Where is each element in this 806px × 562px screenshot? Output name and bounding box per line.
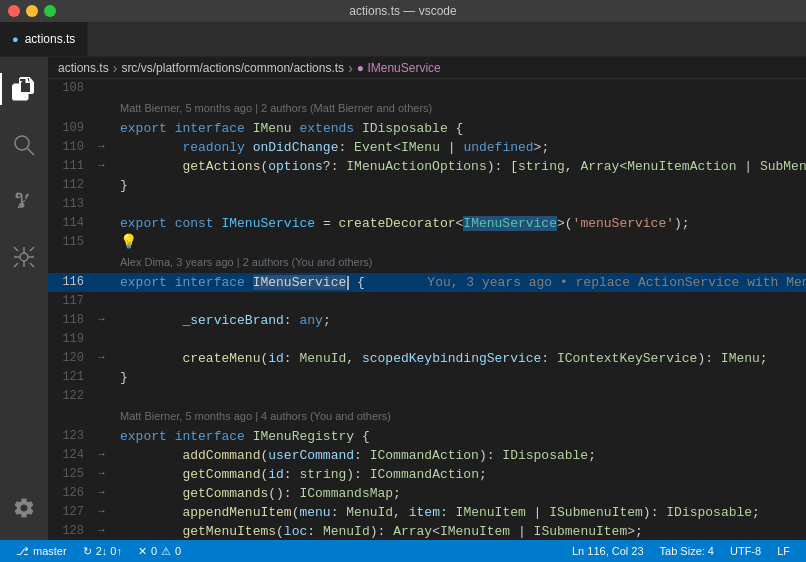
line-number: 124 <box>48 446 98 465</box>
line-content: createMenu(id: MenuId, scopedKeybindingS… <box>116 349 806 368</box>
line-number: 122 <box>48 387 98 406</box>
line-gutter: → <box>98 484 116 498</box>
line-gutter <box>98 214 116 216</box>
status-line-ending[interactable]: LF <box>769 540 798 562</box>
line-gutter: → <box>98 522 116 536</box>
table-row: 111 → getActions(options?: IMenuActionOp… <box>48 157 806 176</box>
line-gutter <box>98 176 116 178</box>
line-gutter <box>98 195 116 197</box>
breadcrumb-path[interactable]: src/vs/platform/actions/common/actions.t… <box>121 61 344 75</box>
code-editor[interactable]: 108 Matt Bierner, 5 months ago | 2 autho… <box>48 79 806 540</box>
warning-icon: ⚠ <box>161 545 171 558</box>
line-number: 123 <box>48 427 98 446</box>
status-sync[interactable]: ↻ 2↓ 0↑ <box>75 540 130 562</box>
line-content: } <box>116 368 806 387</box>
table-row: 115 💡 <box>48 233 806 252</box>
line-content: export interface IMenuRegistry { <box>116 427 806 446</box>
line-number: 119 <box>48 330 98 349</box>
line-number: 113 <box>48 195 98 214</box>
line-gutter <box>98 119 116 121</box>
tab-actions-ts[interactable]: ● actions.ts <box>0 21 88 56</box>
line-content: 💡 <box>116 233 806 252</box>
git-blame: Matt Bierner, 5 months ago | 2 authors (… <box>116 98 432 119</box>
search-icon[interactable] <box>0 121 48 169</box>
code-lines: 108 Matt Bierner, 5 months ago | 2 autho… <box>48 79 806 540</box>
line-content: } <box>116 176 806 195</box>
sync-count: 2↓ 0↑ <box>96 545 122 557</box>
table-row: 118 → _serviceBrand: any; <box>48 311 806 330</box>
line-number: 109 <box>48 119 98 138</box>
line-gutter: → <box>98 349 116 363</box>
line-gutter <box>98 427 116 429</box>
line-gutter <box>98 98 116 100</box>
line-number: 115 <box>48 233 98 252</box>
tab-bar: ● actions.ts <box>0 22 806 57</box>
editor-area: actions.ts › src/vs/platform/actions/com… <box>48 57 806 540</box>
line-number: 118 <box>48 311 98 330</box>
explorer-icon[interactable] <box>0 65 48 113</box>
line-gutter: → <box>98 503 116 517</box>
status-tab-size[interactable]: Tab Size: 4 <box>652 540 722 562</box>
main-content: actions.ts › src/vs/platform/actions/com… <box>0 57 806 540</box>
line-content: getMenuItems(loc: MenuId): Array<IMenuIt… <box>116 522 806 540</box>
breadcrumb-separator-2: › <box>348 60 353 76</box>
line-number: 127 <box>48 503 98 522</box>
line-gutter: → <box>98 138 116 152</box>
status-bar: ⎇ master ↻ 2↓ 0↑ ✕ 0 ⚠ 0 Ln 116, Col 23 … <box>0 540 806 562</box>
table-row: 128 → getMenuItems(loc: MenuId): Array<I… <box>48 522 806 540</box>
status-errors[interactable]: ✕ 0 ⚠ 0 <box>130 540 189 562</box>
line-number: 116 <box>48 273 98 292</box>
breadcrumb-file[interactable]: actions.ts <box>58 61 109 75</box>
branch-name: master <box>33 545 67 557</box>
line-number: 128 <box>48 522 98 540</box>
breadcrumb-separator-1: › <box>113 60 118 76</box>
activity-bar <box>0 57 48 540</box>
line-gutter <box>98 387 116 389</box>
minimize-button[interactable] <box>26 5 38 17</box>
line-number: 121 <box>48 368 98 387</box>
source-control-icon[interactable] <box>0 177 48 225</box>
line-number: 114 <box>48 214 98 233</box>
line-gutter <box>98 406 116 408</box>
lightbulb-icon[interactable]: 💡 <box>120 234 137 250</box>
line-gutter: → <box>98 157 116 171</box>
line-content: export interface IMenu extends IDisposab… <box>116 119 806 138</box>
tab-label: actions.ts <box>25 32 76 46</box>
line-number: 117 <box>48 292 98 311</box>
line-content: getActions(options?: IMenuActionOptions)… <box>116 157 806 176</box>
close-button[interactable] <box>8 5 20 17</box>
maximize-button[interactable] <box>44 5 56 17</box>
svg-line-1 <box>28 149 35 156</box>
table-row: 121 } <box>48 368 806 387</box>
sync-icon: ↻ <box>83 545 92 558</box>
tab-size-text: Tab Size: 4 <box>660 545 714 557</box>
breadcrumb-symbol[interactable]: ● IMenuService <box>357 61 441 75</box>
table-row: Alex Dima, 3 years ago | 2 authors (You … <box>48 252 806 273</box>
line-gutter <box>98 273 116 275</box>
table-row: 116 export interface IMenuService { You,… <box>48 273 806 292</box>
line-content: export interface IMenuService { You, 3 y… <box>116 273 806 292</box>
error-icon: ✕ <box>138 545 147 558</box>
table-row: 110 → readonly onDidChange: Event<IMenu … <box>48 138 806 157</box>
line-gutter: → <box>98 311 116 325</box>
table-row: 117 <box>48 292 806 311</box>
table-row: 114 export const IMenuService = createDe… <box>48 214 806 233</box>
status-position[interactable]: Ln 116, Col 23 <box>564 540 652 562</box>
status-branch[interactable]: ⎇ master <box>8 540 75 562</box>
settings-icon[interactable] <box>0 484 48 532</box>
line-number: 110 <box>48 138 98 157</box>
line-gutter <box>98 292 116 294</box>
table-row: 119 <box>48 330 806 349</box>
debug-icon[interactable] <box>0 233 48 281</box>
line-content: getCommands(): ICommandsMap; <box>116 484 806 503</box>
encoding-text: UTF-8 <box>730 545 761 557</box>
line-number: 120 <box>48 349 98 368</box>
window-title: actions.ts — vscode <box>349 4 456 18</box>
line-content: _serviceBrand: any; <box>116 311 806 330</box>
line-gutter <box>98 252 116 254</box>
git-blame: Matt Bierner, 5 months ago | 4 authors (… <box>116 406 391 427</box>
line-ending-text: LF <box>777 545 790 557</box>
status-encoding[interactable]: UTF-8 <box>722 540 769 562</box>
table-row: 124 → addCommand(userCommand: ICommandAc… <box>48 446 806 465</box>
line-number: 112 <box>48 176 98 195</box>
